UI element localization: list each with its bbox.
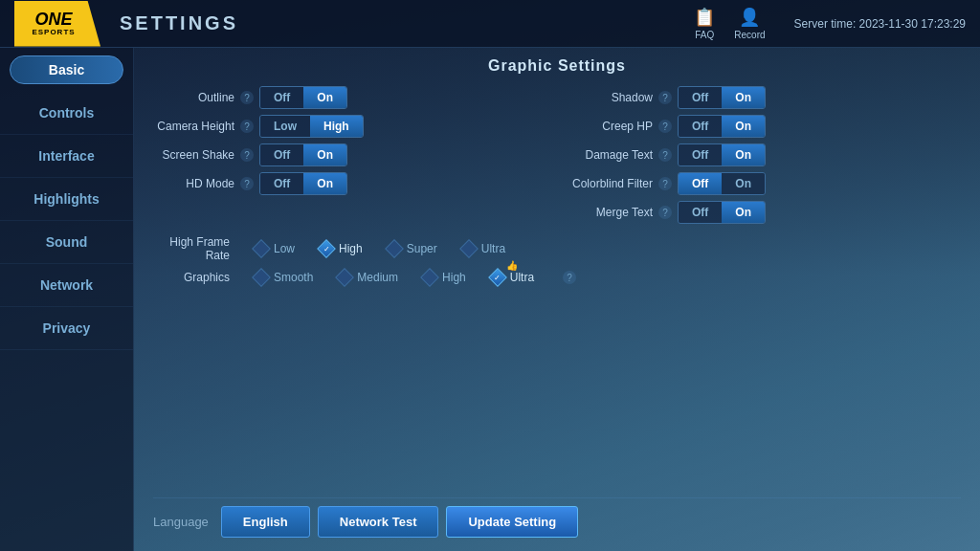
camera-height-toggle: Low High xyxy=(259,115,364,138)
logo-one: ONE xyxy=(34,11,72,28)
hd-mode-toggle: Off On xyxy=(259,172,347,195)
colorblind-off-btn[interactable]: Off xyxy=(679,173,722,194)
colorblind-row: Colorblind Filter ? Off On xyxy=(571,172,961,195)
sidebar-item-highlights[interactable]: Highlights xyxy=(0,178,133,221)
creep-hp-off-btn[interactable]: Off xyxy=(679,116,722,137)
network-test-button[interactable]: Network Test xyxy=(318,506,439,538)
merge-text-label: Merge Text xyxy=(571,206,653,219)
graphics-row: Graphics Smooth Medium High 👍 xyxy=(153,270,961,285)
camera-height-help-icon[interactable]: ? xyxy=(240,120,254,133)
outline-label: Outline xyxy=(153,91,234,104)
camera-height-high-btn[interactable]: High xyxy=(310,116,363,137)
hfr-ultra-diamond xyxy=(461,241,477,256)
record-button[interactable]: 👤 Record xyxy=(734,7,765,40)
hd-mode-help-icon[interactable]: ? xyxy=(240,177,254,190)
damage-text-on-btn[interactable]: On xyxy=(722,144,765,165)
hfr-high-label: High xyxy=(339,242,363,255)
faq-label: FAQ xyxy=(695,30,714,40)
hfr-super-diamond-shape xyxy=(385,239,404,258)
hd-mode-row: HD Mode ? Off On xyxy=(153,172,543,195)
merge-text-on-btn[interactable]: On xyxy=(722,202,765,223)
sidebar-item-privacy[interactable]: Privacy xyxy=(0,307,133,350)
shadow-off-btn[interactable]: Off xyxy=(679,87,722,108)
damage-text-row: Damage Text ? Off On xyxy=(571,143,961,166)
record-icon: 👤 xyxy=(739,7,760,28)
screen-shake-on-btn[interactable]: On xyxy=(303,144,346,165)
camera-height-label: Camera Height xyxy=(153,120,234,133)
outline-on-btn[interactable]: On xyxy=(303,87,346,108)
graphics-high-diamond xyxy=(422,270,437,285)
sidebar-item-sound[interactable]: Sound xyxy=(0,221,133,264)
logo: ONE ESPORTS xyxy=(14,1,100,47)
merge-text-help-icon[interactable]: ? xyxy=(658,206,672,219)
graphics-ultra-option[interactable]: 👍 ✓ Ultra xyxy=(490,270,534,285)
merge-text-toggle: Off On xyxy=(678,201,766,224)
damage-text-toggle: Off On xyxy=(678,143,766,166)
graphics-smooth-shape xyxy=(252,268,271,287)
sidebar: Basic Controls Interface Highlights Soun… xyxy=(0,48,134,551)
damage-text-label: Damage Text xyxy=(571,148,653,162)
screen-shake-off-btn[interactable]: Off xyxy=(260,144,303,165)
damage-text-off-btn[interactable]: Off xyxy=(679,144,722,165)
graphics-smooth-diamond xyxy=(254,270,269,285)
damage-text-help-icon[interactable]: ? xyxy=(658,148,672,162)
colorblind-help-icon[interactable]: ? xyxy=(658,177,672,190)
outline-off-btn[interactable]: Off xyxy=(260,87,303,108)
thumb-up-icon: 👍 xyxy=(506,260,518,271)
shadow-row: Shadow ? Off On xyxy=(571,86,961,109)
content-area: Graphic Settings Outline ? Off On Shadow… xyxy=(134,48,980,551)
hd-mode-off-btn[interactable]: Off xyxy=(260,173,303,194)
outline-toggle: Off On xyxy=(259,86,347,109)
hd-mode-on-btn[interactable]: On xyxy=(303,173,346,194)
merge-text-row: Merge Text ? Off On xyxy=(571,201,961,224)
colorblind-on-btn[interactable]: On xyxy=(722,173,765,194)
faq-icon: 📋 xyxy=(694,7,715,28)
sidebar-item-basic[interactable]: Basic xyxy=(10,55,123,84)
hfr-low-option[interactable]: Low xyxy=(254,241,295,256)
faq-button[interactable]: 📋 FAQ xyxy=(694,7,715,40)
graphics-medium-option[interactable]: Medium xyxy=(337,270,398,285)
graphics-smooth-label: Smooth xyxy=(274,271,313,284)
shadow-on-btn[interactable]: On xyxy=(722,87,765,108)
creep-hp-toggle: Off On xyxy=(678,115,766,138)
sidebar-item-network[interactable]: Network xyxy=(0,264,133,307)
creep-hp-on-btn[interactable]: On xyxy=(722,116,765,137)
bottom-bar: Language English Network Test Update Set… xyxy=(153,497,961,541)
screen-shake-label: Screen Shake xyxy=(153,148,234,162)
graphics-high-shape xyxy=(420,268,439,287)
hfr-super-option[interactable]: Super xyxy=(387,241,437,256)
hfr-high-check: ✓ xyxy=(319,241,334,256)
sidebar-item-controls[interactable]: Controls xyxy=(0,92,133,135)
creep-hp-row: Creep HP ? Off On xyxy=(571,115,961,138)
camera-height-row: Camera Height ? Low High xyxy=(153,115,543,138)
english-button[interactable]: English xyxy=(221,506,310,538)
screen-shake-row: Screen Shake ? Off On xyxy=(153,143,543,166)
hfr-low-label: Low xyxy=(274,242,295,255)
hfr-ultra-option[interactable]: Ultra xyxy=(461,241,505,256)
creep-hp-help-icon[interactable]: ? xyxy=(658,120,672,133)
main-layout: Basic Controls Interface Highlights Soun… xyxy=(0,48,980,551)
sidebar-item-interface[interactable]: Interface xyxy=(0,135,133,178)
outline-help-icon[interactable]: ? xyxy=(240,91,254,104)
shadow-toggle: Off On xyxy=(678,86,766,109)
hfr-high-option[interactable]: ✓ High xyxy=(319,241,363,256)
top-bar: ONE ESPORTS SETTINGS 📋 FAQ 👤 Record Serv… xyxy=(0,0,980,48)
settings-grid: Outline ? Off On Shadow ? Off On Camera … xyxy=(153,86,961,224)
camera-height-low-btn[interactable]: Low xyxy=(260,116,310,137)
graphics-help-icon[interactable]: ? xyxy=(563,271,576,284)
graphics-high-option[interactable]: High xyxy=(422,270,466,285)
screen-shake-help-icon[interactable]: ? xyxy=(240,148,254,162)
creep-hp-label: Creep HP xyxy=(571,120,653,133)
update-setting-button[interactable]: Update Setting xyxy=(446,506,578,538)
shadow-help-icon[interactable]: ? xyxy=(658,91,672,104)
record-label: Record xyxy=(734,30,765,40)
graphics-medium-shape xyxy=(335,268,354,287)
hfr-low-diamond xyxy=(254,241,269,256)
hd-mode-label: HD Mode xyxy=(153,177,234,190)
screen-shake-toggle: Off On xyxy=(259,143,347,166)
graphics-ultra-check: ✓ xyxy=(490,270,505,285)
hfr-ultra-label: Ultra xyxy=(481,242,505,255)
graphics-ultra-label: Ultra xyxy=(510,271,534,284)
merge-text-off-btn[interactable]: Off xyxy=(679,202,722,223)
graphics-smooth-option[interactable]: Smooth xyxy=(254,270,313,285)
